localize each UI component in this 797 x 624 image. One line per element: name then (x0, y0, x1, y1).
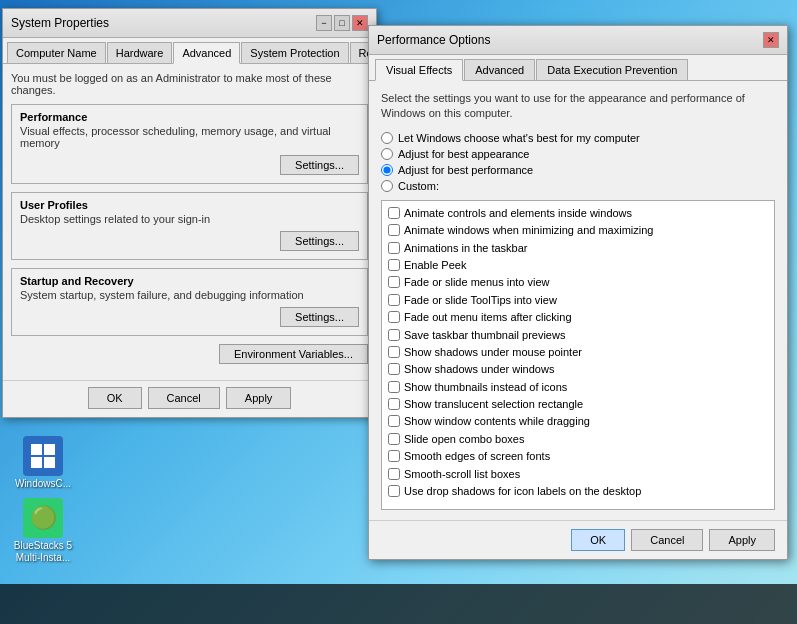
checkbox-input[interactable] (388, 346, 400, 358)
desktop-icons-area: WindowsC... 🟢 BlueStacks 5 Multi-Insta..… (8, 436, 78, 564)
radio-let-windows-input[interactable] (381, 132, 393, 144)
performance-section: Performance Visual effects, processor sc… (11, 104, 368, 184)
sys-ok-button[interactable]: OK (88, 387, 142, 409)
radio-custom[interactable]: Custom: (381, 180, 775, 192)
windows-icon (23, 436, 63, 476)
tab-system-protection[interactable]: System Protection (241, 42, 348, 63)
checkbox-label: Animate controls and elements inside win… (404, 206, 632, 221)
windows-icon-label: WindowsC... (15, 478, 71, 490)
checkbox-input[interactable] (388, 329, 400, 341)
maximize-button[interactable]: □ (334, 15, 350, 31)
performance-desc: Visual effects, processor scheduling, me… (20, 125, 359, 149)
bluestacks-icon-label: BlueStacks 5 Multi-Insta... (14, 540, 72, 564)
checkbox-input[interactable] (388, 276, 400, 288)
checkbox-item: Fade or slide menus into view (386, 274, 770, 291)
checkbox-input[interactable] (388, 398, 400, 410)
checkbox-label: Smooth edges of screen fonts (404, 449, 550, 464)
system-properties-window: System Properties − □ ✕ Computer Name Ha… (2, 8, 377, 418)
perf-ok-button[interactable]: OK (571, 529, 625, 551)
checkbox-item: Fade or slide ToolTips into view (386, 292, 770, 309)
checkbox-item: Use drop shadows for icon labels on the … (386, 483, 770, 500)
radio-let-windows-label: Let Windows choose what's best for my co… (398, 132, 640, 144)
system-properties-content: You must be logged on as an Administrato… (3, 64, 376, 380)
tab-advanced[interactable]: Advanced (173, 42, 240, 64)
performance-title: Performance (20, 111, 359, 123)
checkbox-input[interactable] (388, 242, 400, 254)
performance-options-titlebar: Performance Options ✕ (369, 26, 787, 55)
perf-apply-button[interactable]: Apply (709, 529, 775, 551)
radio-custom-input[interactable] (381, 180, 393, 192)
desktop-icon-windows[interactable]: WindowsC... (8, 436, 78, 490)
performance-settings-button[interactable]: Settings... (280, 155, 359, 175)
sys-cancel-button[interactable]: Cancel (148, 387, 220, 409)
startup-recovery-section: Startup and Recovery System startup, sys… (11, 268, 368, 336)
checkbox-item: Enable Peek (386, 257, 770, 274)
performance-options-desc: Select the settings you want to use for … (381, 91, 775, 122)
checkbox-input[interactable] (388, 433, 400, 445)
close-button[interactable]: ✕ (352, 15, 368, 31)
checkbox-input[interactable] (388, 311, 400, 323)
radio-best-appearance[interactable]: Adjust for best appearance (381, 148, 775, 160)
system-properties-title: System Properties (11, 16, 109, 30)
bluestacks-icon: 🟢 (23, 498, 63, 538)
checkbox-label: Slide open combo boxes (404, 432, 524, 447)
taskbar (0, 584, 797, 624)
checkbox-input[interactable] (388, 363, 400, 375)
desktop-icon-bluestacks[interactable]: 🟢 BlueStacks 5 Multi-Insta... (8, 498, 78, 564)
radio-best-performance-input[interactable] (381, 164, 393, 176)
checkbox-input[interactable] (388, 224, 400, 236)
performance-options-tabs: Visual Effects Advanced Data Execution P… (369, 55, 787, 81)
checkbox-input[interactable] (388, 294, 400, 306)
tab-hardware[interactable]: Hardware (107, 42, 173, 63)
checkbox-input[interactable] (388, 450, 400, 462)
checkbox-label: Show shadows under mouse pointer (404, 345, 582, 360)
perf-tab-visual-effects[interactable]: Visual Effects (375, 59, 463, 81)
radio-best-performance-label: Adjust for best performance (398, 164, 533, 176)
checkbox-input[interactable] (388, 381, 400, 393)
startup-recovery-settings-button[interactable]: Settings... (280, 307, 359, 327)
checkbox-input[interactable] (388, 415, 400, 427)
perf-tab-advanced[interactable]: Advanced (464, 59, 535, 80)
perf-tab-dep[interactable]: Data Execution Prevention (536, 59, 688, 80)
startup-recovery-title: Startup and Recovery (20, 275, 359, 287)
tab-computer-name[interactable]: Computer Name (7, 42, 106, 63)
checkbox-label: Save taskbar thumbnail previews (404, 328, 565, 343)
perf-close-button[interactable]: ✕ (763, 32, 779, 48)
user-profiles-settings-button[interactable]: Settings... (280, 231, 359, 251)
radio-group: Let Windows choose what's best for my co… (381, 132, 775, 192)
checkbox-label: Animations in the taskbar (404, 241, 528, 256)
checkbox-item: Show shadows under mouse pointer (386, 344, 770, 361)
checkbox-input[interactable] (388, 259, 400, 271)
performance-options-title: Performance Options (377, 33, 490, 47)
checkbox-input[interactable] (388, 485, 400, 497)
checkbox-label: Show translucent selection rectangle (404, 397, 583, 412)
checkbox-label: Smooth-scroll list boxes (404, 467, 520, 482)
checkbox-input[interactable] (388, 468, 400, 480)
checkbox-label: Show thumbnails instead of icons (404, 380, 567, 395)
checkbox-item: Save taskbar thumbnail previews (386, 327, 770, 344)
radio-best-performance[interactable]: Adjust for best performance (381, 164, 775, 176)
checkbox-label: Fade or slide menus into view (404, 275, 550, 290)
svg-rect-2 (31, 457, 42, 468)
checkbox-label: Animate windows when minimizing and maxi… (404, 223, 653, 238)
svg-rect-3 (44, 457, 55, 468)
perf-cancel-button[interactable]: Cancel (631, 529, 703, 551)
checkbox-item: Animate windows when minimizing and maxi… (386, 222, 770, 239)
performance-options-window: Performance Options ✕ Visual Effects Adv… (368, 25, 788, 560)
environment-variables-button[interactable]: Environment Variables... (219, 344, 368, 364)
checkbox-item: Show window contents while dragging (386, 413, 770, 430)
radio-best-appearance-input[interactable] (381, 148, 393, 160)
titlebar-controls: − □ ✕ (316, 15, 368, 31)
minimize-button[interactable]: − (316, 15, 332, 31)
radio-custom-label: Custom: (398, 180, 439, 192)
system-properties-titlebar: System Properties − □ ✕ (3, 9, 376, 38)
checkbox-item: Animations in the taskbar (386, 240, 770, 257)
sys-apply-button[interactable]: Apply (226, 387, 292, 409)
visual-effects-list[interactable]: Animate controls and elements inside win… (381, 200, 775, 510)
svg-rect-1 (44, 444, 55, 455)
checkbox-item: Animate controls and elements inside win… (386, 205, 770, 222)
checkbox-input[interactable] (388, 207, 400, 219)
perf-titlebar-controls: ✕ (763, 32, 779, 48)
radio-let-windows[interactable]: Let Windows choose what's best for my co… (381, 132, 775, 144)
svg-rect-0 (31, 444, 42, 455)
